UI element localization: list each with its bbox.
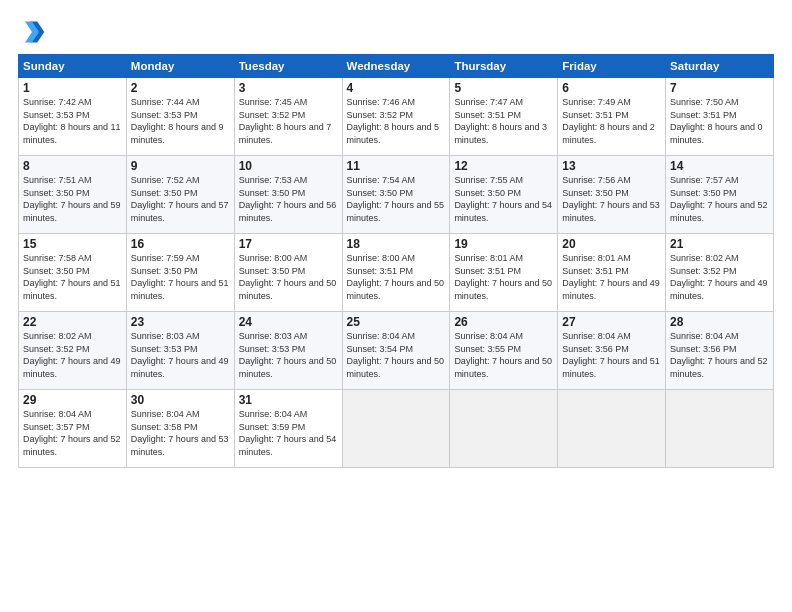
day-number: 28 [670, 315, 769, 329]
day-cell [558, 390, 666, 468]
day-cell: 4Sunrise: 7:46 AM Sunset: 3:52 PM Daylig… [342, 78, 450, 156]
day-info: Sunrise: 8:04 AM Sunset: 3:58 PM Dayligh… [131, 408, 230, 458]
day-cell: 3Sunrise: 7:45 AM Sunset: 3:52 PM Daylig… [234, 78, 342, 156]
week-row-1: 1Sunrise: 7:42 AM Sunset: 3:53 PM Daylig… [19, 78, 774, 156]
day-cell: 7Sunrise: 7:50 AM Sunset: 3:51 PM Daylig… [666, 78, 774, 156]
day-info: Sunrise: 8:04 AM Sunset: 3:57 PM Dayligh… [23, 408, 122, 458]
day-number: 6 [562, 81, 661, 95]
day-number: 30 [131, 393, 230, 407]
day-cell: 24Sunrise: 8:03 AM Sunset: 3:53 PM Dayli… [234, 312, 342, 390]
day-info: Sunrise: 7:50 AM Sunset: 3:51 PM Dayligh… [670, 96, 769, 146]
day-cell: 14Sunrise: 7:57 AM Sunset: 3:50 PM Dayli… [666, 156, 774, 234]
day-number: 20 [562, 237, 661, 251]
header-cell-sunday: Sunday [19, 55, 127, 78]
day-cell: 19Sunrise: 8:01 AM Sunset: 3:51 PM Dayli… [450, 234, 558, 312]
day-info: Sunrise: 7:45 AM Sunset: 3:52 PM Dayligh… [239, 96, 338, 146]
day-info: Sunrise: 7:52 AM Sunset: 3:50 PM Dayligh… [131, 174, 230, 224]
header-cell-saturday: Saturday [666, 55, 774, 78]
day-number: 24 [239, 315, 338, 329]
day-cell: 20Sunrise: 8:01 AM Sunset: 3:51 PM Dayli… [558, 234, 666, 312]
day-number: 17 [239, 237, 338, 251]
day-number: 11 [347, 159, 446, 173]
day-info: Sunrise: 7:56 AM Sunset: 3:50 PM Dayligh… [562, 174, 661, 224]
calendar-body: 1Sunrise: 7:42 AM Sunset: 3:53 PM Daylig… [19, 78, 774, 468]
day-cell: 23Sunrise: 8:03 AM Sunset: 3:53 PM Dayli… [126, 312, 234, 390]
day-cell: 27Sunrise: 8:04 AM Sunset: 3:56 PM Dayli… [558, 312, 666, 390]
day-info: Sunrise: 8:04 AM Sunset: 3:59 PM Dayligh… [239, 408, 338, 458]
day-number: 21 [670, 237, 769, 251]
day-cell: 30Sunrise: 8:04 AM Sunset: 3:58 PM Dayli… [126, 390, 234, 468]
day-info: Sunrise: 7:57 AM Sunset: 3:50 PM Dayligh… [670, 174, 769, 224]
day-number: 31 [239, 393, 338, 407]
day-number: 14 [670, 159, 769, 173]
day-number: 26 [454, 315, 553, 329]
day-cell: 15Sunrise: 7:58 AM Sunset: 3:50 PM Dayli… [19, 234, 127, 312]
day-cell [342, 390, 450, 468]
day-number: 23 [131, 315, 230, 329]
day-number: 19 [454, 237, 553, 251]
day-cell: 13Sunrise: 7:56 AM Sunset: 3:50 PM Dayli… [558, 156, 666, 234]
day-cell: 2Sunrise: 7:44 AM Sunset: 3:53 PM Daylig… [126, 78, 234, 156]
week-row-2: 8Sunrise: 7:51 AM Sunset: 3:50 PM Daylig… [19, 156, 774, 234]
day-info: Sunrise: 8:01 AM Sunset: 3:51 PM Dayligh… [562, 252, 661, 302]
day-cell: 16Sunrise: 7:59 AM Sunset: 3:50 PM Dayli… [126, 234, 234, 312]
day-number: 2 [131, 81, 230, 95]
day-info: Sunrise: 7:53 AM Sunset: 3:50 PM Dayligh… [239, 174, 338, 224]
day-info: Sunrise: 7:44 AM Sunset: 3:53 PM Dayligh… [131, 96, 230, 146]
day-cell: 18Sunrise: 8:00 AM Sunset: 3:51 PM Dayli… [342, 234, 450, 312]
day-info: Sunrise: 7:51 AM Sunset: 3:50 PM Dayligh… [23, 174, 122, 224]
day-info: Sunrise: 8:04 AM Sunset: 3:56 PM Dayligh… [670, 330, 769, 380]
day-cell [450, 390, 558, 468]
calendar-table: SundayMondayTuesdayWednesdayThursdayFrid… [18, 54, 774, 468]
day-info: Sunrise: 8:04 AM Sunset: 3:54 PM Dayligh… [347, 330, 446, 380]
day-number: 22 [23, 315, 122, 329]
day-info: Sunrise: 8:02 AM Sunset: 3:52 PM Dayligh… [23, 330, 122, 380]
day-cell: 11Sunrise: 7:54 AM Sunset: 3:50 PM Dayli… [342, 156, 450, 234]
header-cell-tuesday: Tuesday [234, 55, 342, 78]
day-number: 16 [131, 237, 230, 251]
day-number: 15 [23, 237, 122, 251]
day-info: Sunrise: 7:59 AM Sunset: 3:50 PM Dayligh… [131, 252, 230, 302]
day-info: Sunrise: 8:02 AM Sunset: 3:52 PM Dayligh… [670, 252, 769, 302]
header-cell-monday: Monday [126, 55, 234, 78]
day-cell: 8Sunrise: 7:51 AM Sunset: 3:50 PM Daylig… [19, 156, 127, 234]
week-row-3: 15Sunrise: 7:58 AM Sunset: 3:50 PM Dayli… [19, 234, 774, 312]
day-info: Sunrise: 7:46 AM Sunset: 3:52 PM Dayligh… [347, 96, 446, 146]
day-cell: 10Sunrise: 7:53 AM Sunset: 3:50 PM Dayli… [234, 156, 342, 234]
day-info: Sunrise: 8:00 AM Sunset: 3:50 PM Dayligh… [239, 252, 338, 302]
day-cell: 21Sunrise: 8:02 AM Sunset: 3:52 PM Dayli… [666, 234, 774, 312]
logo [18, 18, 50, 46]
calendar-header: SundayMondayTuesdayWednesdayThursdayFrid… [19, 55, 774, 78]
day-number: 3 [239, 81, 338, 95]
day-cell: 26Sunrise: 8:04 AM Sunset: 3:55 PM Dayli… [450, 312, 558, 390]
day-number: 9 [131, 159, 230, 173]
day-number: 8 [23, 159, 122, 173]
day-number: 13 [562, 159, 661, 173]
day-info: Sunrise: 8:04 AM Sunset: 3:56 PM Dayligh… [562, 330, 661, 380]
day-number: 7 [670, 81, 769, 95]
header-cell-friday: Friday [558, 55, 666, 78]
week-row-5: 29Sunrise: 8:04 AM Sunset: 3:57 PM Dayli… [19, 390, 774, 468]
day-info: Sunrise: 7:47 AM Sunset: 3:51 PM Dayligh… [454, 96, 553, 146]
day-info: Sunrise: 7:55 AM Sunset: 3:50 PM Dayligh… [454, 174, 553, 224]
day-cell: 9Sunrise: 7:52 AM Sunset: 3:50 PM Daylig… [126, 156, 234, 234]
day-cell: 25Sunrise: 8:04 AM Sunset: 3:54 PM Dayli… [342, 312, 450, 390]
day-number: 4 [347, 81, 446, 95]
day-number: 1 [23, 81, 122, 95]
day-cell: 22Sunrise: 8:02 AM Sunset: 3:52 PM Dayli… [19, 312, 127, 390]
day-cell: 1Sunrise: 7:42 AM Sunset: 3:53 PM Daylig… [19, 78, 127, 156]
day-info: Sunrise: 8:00 AM Sunset: 3:51 PM Dayligh… [347, 252, 446, 302]
day-info: Sunrise: 8:03 AM Sunset: 3:53 PM Dayligh… [239, 330, 338, 380]
header-row: SundayMondayTuesdayWednesdayThursdayFrid… [19, 55, 774, 78]
day-info: Sunrise: 7:42 AM Sunset: 3:53 PM Dayligh… [23, 96, 122, 146]
day-cell: 29Sunrise: 8:04 AM Sunset: 3:57 PM Dayli… [19, 390, 127, 468]
day-cell: 28Sunrise: 8:04 AM Sunset: 3:56 PM Dayli… [666, 312, 774, 390]
day-info: Sunrise: 8:03 AM Sunset: 3:53 PM Dayligh… [131, 330, 230, 380]
header-cell-wednesday: Wednesday [342, 55, 450, 78]
day-number: 18 [347, 237, 446, 251]
day-number: 25 [347, 315, 446, 329]
day-number: 12 [454, 159, 553, 173]
day-cell: 5Sunrise: 7:47 AM Sunset: 3:51 PM Daylig… [450, 78, 558, 156]
day-info: Sunrise: 8:01 AM Sunset: 3:51 PM Dayligh… [454, 252, 553, 302]
day-number: 10 [239, 159, 338, 173]
